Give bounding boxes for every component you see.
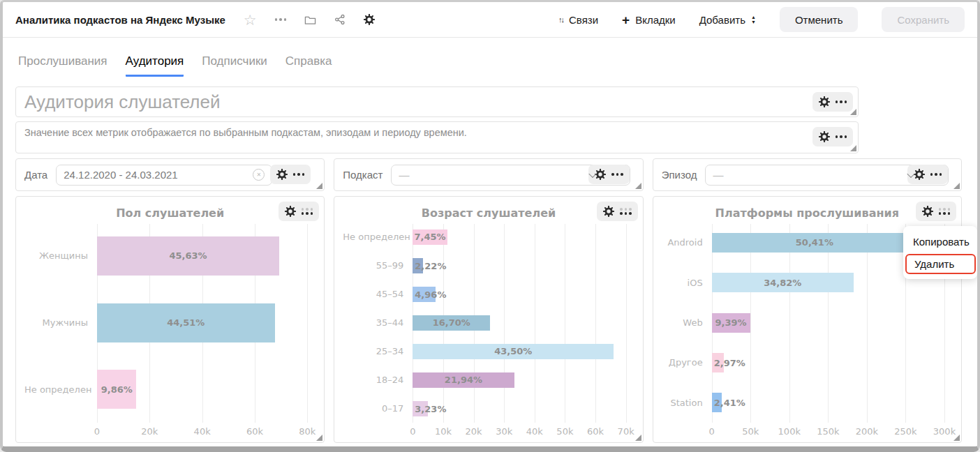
bar-не-определен[interactable]: 9,86%: [97, 370, 136, 409]
chart-title: Возраст слушателей: [343, 206, 634, 220]
chart-plot: Не определен7,45%55–992,22%45–544,96%35–…: [343, 223, 634, 439]
more-icon[interactable]: [275, 18, 287, 21]
add-tab-button[interactable]: + Вкладки: [622, 13, 676, 27]
category-label: 25–34: [343, 346, 413, 356]
resize-handle[interactable]: [316, 183, 322, 189]
category-label: Женщины: [24, 250, 97, 261]
value-label: 7,45%: [414, 232, 445, 242]
axis-tick-label: 0: [94, 426, 100, 437]
chart-controls[interactable]: [279, 202, 320, 221]
title-widget-controls[interactable]: [812, 92, 854, 112]
bar-row: 25–3443,50%: [343, 337, 634, 366]
bar-не-определен[interactable]: 7,45%: [413, 229, 447, 245]
bar-ios[interactable]: 34,82%: [712, 273, 854, 292]
bar-row: Мужчины44,51%: [24, 289, 315, 356]
chart-controls[interactable]: [916, 202, 957, 221]
value-label: 2,41%: [714, 398, 745, 408]
bar-row: Не определен7,45%: [343, 223, 634, 251]
date-range-input[interactable]: 24.12.2020 - 24.03.2021 ✕: [56, 165, 272, 186]
resize-handle[interactable]: [953, 435, 960, 441]
top-toolbar: Аналитика подкастов на Яндекс Музыке ☆ ↑…: [3, 2, 977, 38]
gear-icon[interactable]: [819, 131, 830, 142]
gear-icon[interactable]: [595, 169, 606, 180]
filter-controls[interactable]: [588, 165, 630, 184]
settings-icon[interactable]: [364, 14, 375, 25]
drag-handle-icon[interactable]: [620, 208, 632, 215]
menu-item-delete[interactable]: Удалить: [905, 254, 976, 274]
value-label: 45,63%: [169, 250, 207, 261]
resize-handle[interactable]: [635, 183, 641, 189]
filter-controls[interactable]: [907, 165, 949, 184]
title-widget: Аудитория слушателей: [15, 86, 859, 117]
gear-icon[interactable]: [285, 206, 296, 217]
axis-tick-label: 100k: [778, 426, 801, 437]
axis-tick-label: 150k: [817, 426, 839, 437]
axis-tick-label: 40k: [526, 426, 543, 437]
bar-женщины[interactable]: 45,63%: [97, 236, 279, 276]
gear-icon[interactable]: [922, 206, 933, 217]
resize-handle[interactable]: [635, 435, 641, 441]
resize-handle[interactable]: [316, 435, 322, 441]
save-button[interactable]: Сохранить: [882, 7, 965, 32]
bar-мужчины[interactable]: 44,51%: [97, 303, 275, 342]
folder-icon[interactable]: [304, 15, 316, 25]
drag-handle-icon[interactable]: [302, 208, 313, 215]
clear-icon[interactable]: ✕: [253, 169, 265, 181]
bar-18–24[interactable]: 21,94%: [413, 372, 514, 388]
category-label: 55–99: [343, 260, 413, 271]
widget-context-menu: Копировать Удалить: [903, 226, 977, 279]
tab-audience[interactable]: Аудитория: [126, 54, 184, 77]
menu-item-copy[interactable]: Копировать: [903, 231, 977, 253]
category-label: Мужчины: [24, 317, 97, 328]
value-label: 21,94%: [445, 375, 482, 385]
star-icon[interactable]: ☆: [244, 13, 257, 27]
add-widget-button[interactable]: Добавить ▲▼: [699, 14, 756, 26]
axis-tick-label: 200k: [856, 426, 878, 437]
bar-row: Station2,41%: [662, 383, 953, 423]
category-label: Android: [662, 237, 712, 248]
category-label: Station: [662, 398, 712, 408]
chart-gender: Пол слушателей Женщины45,63%Мужчины44,51…: [15, 196, 325, 443]
bar-row: Не определен9,86%: [24, 356, 315, 423]
drag-handle-icon[interactable]: [939, 208, 951, 215]
value-label: 50,41%: [796, 237, 833, 248]
more-icon[interactable]: [836, 135, 847, 138]
bar-android[interactable]: 50,41%: [712, 233, 917, 253]
bar-web[interactable]: 9,39%: [712, 313, 750, 333]
chart-plot: Женщины45,63%Мужчины44,51%Не определен9,…: [24, 223, 315, 439]
category-label: 18–24: [343, 375, 413, 385]
description-widget-controls[interactable]: [812, 127, 854, 146]
gear-icon[interactable]: [914, 169, 925, 180]
more-icon[interactable]: [611, 173, 623, 176]
gear-icon[interactable]: [603, 206, 614, 217]
resize-handle[interactable]: [953, 183, 960, 189]
more-icon[interactable]: [836, 100, 847, 103]
filter-label: Эпизод: [662, 169, 697, 181]
axis-tick-label: 300k: [933, 426, 956, 437]
gear-icon[interactable]: [819, 96, 830, 107]
share-icon[interactable]: [334, 14, 346, 25]
tab-listens[interactable]: Прослушивания: [18, 54, 107, 77]
chart-controls[interactable]: [597, 202, 638, 221]
axis-tick-label: 40k: [194, 426, 211, 437]
dashboard-window: Аналитика подкастов на Яндекс Музыке ☆ ↑…: [0, 0, 980, 452]
filters-row: Дата 24.12.2020 - 24.03.2021 ✕ Подкаст: [15, 158, 962, 191]
value-label: 16,70%: [433, 317, 470, 328]
more-icon[interactable]: [930, 173, 942, 176]
value-label: 43,50%: [494, 346, 532, 356]
gear-icon[interactable]: [276, 169, 288, 180]
tab-help[interactable]: Справка: [285, 54, 332, 77]
dashboard-title: Аналитика подкастов на Яндекс Музыке: [15, 14, 225, 26]
more-icon[interactable]: [293, 173, 305, 176]
axis-tick-label: 20k: [141, 426, 158, 437]
bar-25–34[interactable]: 43,50%: [413, 344, 614, 359]
filter-controls[interactable]: [270, 165, 311, 184]
bar-35–44[interactable]: 16,70%: [413, 315, 490, 331]
value-label: 34,82%: [764, 278, 801, 288]
resize-handle[interactable]: [850, 145, 856, 151]
bar-row: 45–544,96%: [343, 280, 634, 308]
links-button[interactable]: ↑↓ Связи: [558, 14, 598, 26]
axis-tick-label: 10k: [435, 426, 452, 437]
cancel-button[interactable]: Отменить: [780, 7, 859, 32]
tab-subscribers[interactable]: Подписчики: [202, 54, 267, 77]
